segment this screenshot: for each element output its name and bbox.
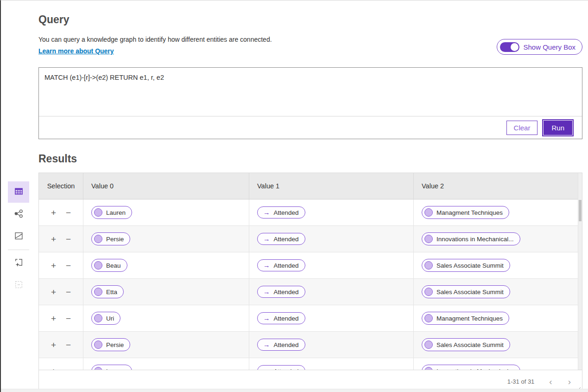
value2-cell: Sales Associate Summit xyxy=(414,279,578,305)
add-to-selection-button[interactable]: + xyxy=(51,314,56,323)
entity-dot-icon xyxy=(94,235,102,243)
entity-label: Persie xyxy=(106,341,124,348)
arrow-right-icon: → xyxy=(263,367,270,370)
table-scrollbar[interactable] xyxy=(578,173,582,370)
add-to-selection-button[interactable]: + xyxy=(51,288,56,296)
table-row: + − Uri → Attended Managment Techniques xyxy=(39,305,578,332)
remove-from-selection-button[interactable]: − xyxy=(66,208,71,217)
table-row: + − Persie → Attended Innovations in Mec… xyxy=(39,226,578,252)
entity-dot-icon xyxy=(424,261,433,270)
value1-cell: → Attended xyxy=(249,226,414,252)
value0-cell: Etta xyxy=(83,279,249,305)
link-chart-view-button[interactable] xyxy=(8,204,29,225)
value2-cell: Managment Techniques xyxy=(414,305,578,331)
value0-cell: Persie xyxy=(83,332,249,358)
results-table: Selection Value 0 Value 1 Value 2 + − La… xyxy=(38,173,582,370)
entity-pill[interactable]: Lauren xyxy=(91,365,132,370)
entity-pill[interactable]: Sales Associate Summit xyxy=(422,285,510,298)
relationship-pill[interactable]: → Attended xyxy=(257,286,305,298)
value2-cell: Managment Techniques xyxy=(414,199,578,225)
relationship-pill[interactable]: → Attended xyxy=(257,365,305,370)
add-to-selection-button[interactable]: + xyxy=(51,367,56,370)
entity-dot-icon xyxy=(424,314,433,322)
toggle-label: Show Query Box xyxy=(523,43,575,51)
arrow-right-icon: → xyxy=(263,315,270,322)
remove-from-selection-button[interactable]: − xyxy=(66,288,71,296)
entity-pill[interactable]: Persie xyxy=(91,232,130,245)
toggle-switch-icon[interactable] xyxy=(500,42,519,52)
selection-cell: + − xyxy=(39,279,83,305)
value0-cell: Uri xyxy=(83,305,249,331)
query-input[interactable]: MATCH (e1)-[r]->(e2) RETURN e1, r, e2 xyxy=(39,68,582,116)
entity-dot-icon xyxy=(94,208,102,217)
remove-from-selection-button[interactable]: − xyxy=(66,314,71,323)
entity-pill[interactable]: Persie xyxy=(91,338,130,351)
value0-cell: Beau xyxy=(83,252,249,278)
value2-cell: Sales Associate Summit xyxy=(414,252,578,278)
relationship-pill[interactable]: → Attended xyxy=(257,259,305,271)
entity-pill[interactable]: Innovations in Mechanical... xyxy=(422,365,520,370)
entity-label: Beau xyxy=(106,262,121,269)
new-map-selection-button xyxy=(8,275,29,296)
relationship-label: Attended xyxy=(274,289,299,296)
entity-pill[interactable]: Lauren xyxy=(91,206,132,219)
scrollbar-thumb[interactable] xyxy=(579,200,582,221)
pagination-range-label: 1-31 of 31 xyxy=(507,378,535,385)
next-page-button[interactable]: › xyxy=(567,377,572,386)
value0-cell: Lauren xyxy=(83,199,249,225)
relationship-pill[interactable]: → Attended xyxy=(257,339,305,351)
relationship-pill[interactable]: → Attended xyxy=(257,312,305,324)
entity-dot-icon xyxy=(94,367,102,370)
table-row: + − Lauren → Attended Managment Techniqu… xyxy=(39,199,578,226)
add-to-selection-button[interactable]: + xyxy=(51,208,56,217)
value2-cell: Innovations in Mechanical... xyxy=(414,358,578,370)
arrow-right-icon: → xyxy=(263,209,270,216)
map-view-button[interactable] xyxy=(8,226,29,247)
remove-from-selection-button[interactable]: − xyxy=(66,367,71,370)
entity-pill[interactable]: Etta xyxy=(91,285,124,298)
entity-pill[interactable]: Beau xyxy=(91,259,127,272)
add-to-selection-button[interactable]: + xyxy=(51,261,56,270)
relationship-label: Attended xyxy=(274,262,299,269)
entity-dot-icon xyxy=(94,314,102,322)
add-to-selection-button[interactable]: + xyxy=(51,235,56,244)
learn-more-link[interactable]: Learn more about Query xyxy=(38,47,114,55)
relationship-label: Attended xyxy=(274,236,299,243)
entity-dot-icon xyxy=(424,367,433,370)
selection-cell: + − xyxy=(39,252,83,278)
entity-pill[interactable]: Sales Associate Summit xyxy=(422,259,510,272)
add-to-selection-button[interactable]: + xyxy=(51,341,56,349)
entity-pill[interactable]: Managment Techniques xyxy=(422,206,509,219)
entity-pill[interactable]: Sales Associate Summit xyxy=(422,338,510,351)
selection-cell: + − xyxy=(39,199,83,225)
entity-pill[interactable]: Uri xyxy=(91,312,120,325)
relationship-label: Attended xyxy=(274,341,299,348)
previous-page-button[interactable]: ‹ xyxy=(548,377,553,386)
table-row: + − Persie → Attended Sales Associate Su… xyxy=(39,332,578,358)
relationship-label: Attended xyxy=(274,315,299,322)
remove-from-selection-button[interactable]: − xyxy=(66,341,71,349)
table-row: + − Beau → Attended Sales Associate Summ… xyxy=(39,252,578,279)
remove-from-selection-button[interactable]: − xyxy=(66,235,71,244)
column-header-value2: Value 2 xyxy=(414,173,578,199)
entity-pill[interactable]: Managment Techniques xyxy=(422,312,509,325)
table-view-button[interactable] xyxy=(8,181,29,203)
run-button[interactable]: Run xyxy=(544,121,572,135)
table-row: + − Lauren → Attended Innovations in Mec… xyxy=(39,358,578,370)
entity-dot-icon xyxy=(424,341,433,349)
entity-label: Innovations in Mechanical... xyxy=(436,236,514,243)
show-query-box-toggle[interactable]: Show Query Box xyxy=(497,39,582,55)
new-link-chart-button[interactable] xyxy=(8,252,29,274)
table-body: + − Lauren → Attended Managment Techniqu… xyxy=(39,199,578,370)
value1-cell: → Attended xyxy=(249,358,414,370)
query-box: MATCH (e1)-[r]->(e2) RETURN e1, r, e2 Cl… xyxy=(38,67,582,139)
value1-cell: → Attended xyxy=(249,199,414,225)
relationship-pill[interactable]: → Attended xyxy=(257,233,305,245)
entity-pill[interactable]: Innovations in Mechanical... xyxy=(422,232,520,245)
column-header-value1: Value 1 xyxy=(249,173,414,199)
column-header-value0: Value 0 xyxy=(83,173,249,199)
clear-button[interactable]: Clear xyxy=(506,121,538,135)
relationship-pill[interactable]: → Attended xyxy=(257,206,305,218)
remove-from-selection-button[interactable]: − xyxy=(66,261,71,270)
results-section-title: Results xyxy=(38,153,582,165)
